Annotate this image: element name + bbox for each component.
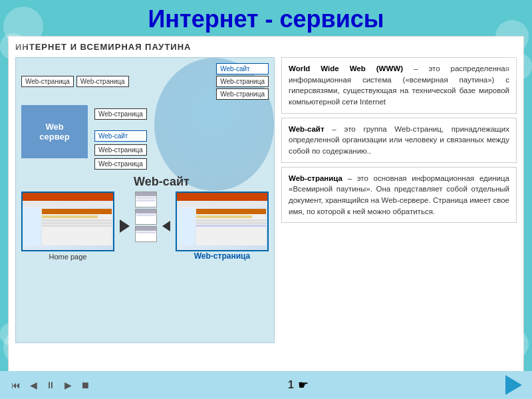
web-page-screenshot — [176, 192, 269, 251]
stop-button[interactable]: ⏹ — [79, 379, 91, 391]
bubble-decor-5 — [495, 20, 529, 53]
bubble-decor-6 — [505, 53, 532, 80]
ss-content-area-2 — [177, 207, 267, 247]
ss-sidebar — [24, 209, 41, 245]
content-area: ИНТЕРНЕТ И ВСЕМИРНАЯ ПАУТИНА Web-страниц… — [8, 36, 524, 382]
info-box-webpage: Web-страница – это основная информационн… — [281, 167, 517, 223]
home-page-label: Home page — [49, 253, 87, 261]
two-column-layout: Web-страница Web-страница Web-сайт Web-с… — [15, 57, 517, 343]
ss-content-area — [23, 207, 113, 247]
ss-main-content-2 — [196, 209, 266, 245]
ss-main-content — [42, 209, 112, 245]
page-title: Интернет - сервисы — [148, 5, 384, 33]
web-site-label-top: Web-сайт — [216, 63, 269, 74]
term-www: World Wide Web (WWW) — [289, 65, 403, 72]
subtitle: ИНТЕРНЕТ И ВСЕМИРНАЯ ПАУТИНА — [15, 42, 517, 52]
big-website-label-wrapper: Web-сайт — [35, 175, 269, 189]
page-number: 1 — [288, 379, 294, 391]
web-page-label-r5: Web-страница — [94, 158, 147, 170]
term-website-connector: – — [325, 125, 336, 133]
home-page-screenshot — [21, 192, 114, 251]
diagram-content: Web-страница Web-страница Web-сайт Web-с… — [21, 63, 269, 261]
arrow-back-wrapper — [162, 221, 170, 231]
term-www-connector: – — [403, 65, 418, 72]
page-indicator: 1 ☛ — [288, 378, 309, 392]
big-web-site-label: Web-сайт — [134, 175, 190, 188]
nav-right-arrow[interactable] — [505, 375, 522, 395]
screenshots-row: Home page — [21, 192, 269, 261]
server-label-server: сервер — [39, 132, 69, 142]
web-site-label-mid: Web-сайт — [94, 130, 147, 142]
ss-sidebar-2 — [178, 209, 195, 245]
info-box-website: Web-сайт – это группа Web-страниц, прина… — [281, 118, 517, 163]
web-page-column: Web-страница — [176, 192, 269, 261]
server-label-web: Web — [45, 122, 63, 132]
home-page-column: Home page — [21, 192, 114, 261]
web-page-label-r4: Web-страница — [94, 144, 147, 156]
next-button[interactable]: ▶ — [62, 379, 74, 391]
web-page-label-2: Web-страница — [76, 76, 129, 87]
top-labels-row: Web-страница Web-страница Web-сайт Web-с… — [21, 63, 269, 100]
term-webpage-connector: – — [342, 174, 352, 182]
web-stranica-label: Web-страница — [194, 251, 251, 261]
bubble-decor-7 — [499, 329, 529, 359]
page-strip-3 — [135, 226, 157, 242]
info-panel: World Wide Web (WWW) – это распределенна… — [281, 57, 517, 343]
term-webpage: Web-страница — [289, 174, 342, 182]
prev-button[interactable]: ◀ — [27, 379, 39, 391]
first-button[interactable]: ⏮ — [10, 379, 22, 391]
server-section: Web сервер Web-страница Web-сайт Web-стр… — [21, 102, 269, 170]
middle-pages — [135, 192, 157, 242]
right-arrow-icon — [120, 219, 130, 233]
web-page-label-r1: Web-страница — [216, 76, 269, 87]
web-page-label-1: Web-страница — [21, 76, 74, 87]
main-container: Интернет - сервисы ИНТЕРНЕТ И ВСЕМИРНАЯ … — [0, 0, 532, 399]
ss-nav-bar-2 — [177, 201, 267, 207]
web-server-box: Web сервер — [21, 105, 88, 158]
bottom-controls: ⏮ ◀ ⏸ ▶ ⏹ — [10, 379, 91, 391]
term-website: Web-сайт — [289, 125, 325, 133]
bottom-bar: ⏮ ◀ ⏸ ▶ ⏹ 1 ☛ — [0, 371, 532, 399]
ss-nav-bar — [23, 201, 113, 207]
bubble-decor-2 — [0, 33, 27, 60]
web-page-label-r3: Web-страница — [94, 108, 147, 120]
left-arrow-icon — [162, 221, 170, 231]
ss-header-bar-2 — [177, 193, 267, 201]
web-page-label-r2: Web-страница — [216, 88, 269, 100]
ss-header-bar — [23, 193, 113, 201]
arrow-wrapper — [120, 219, 130, 233]
cursor-icon: ☛ — [298, 378, 309, 392]
info-box-www: World Wide Web (WWW) – это распределенна… — [281, 57, 517, 114]
pause-button[interactable]: ⏸ — [45, 379, 57, 391]
diagram-panel: Web-страница Web-страница Web-сайт Web-с… — [15, 57, 275, 343]
header: Интернет - сервисы — [0, 0, 532, 36]
page-strip-2 — [135, 209, 157, 225]
page-strip-1 — [135, 192, 157, 207]
